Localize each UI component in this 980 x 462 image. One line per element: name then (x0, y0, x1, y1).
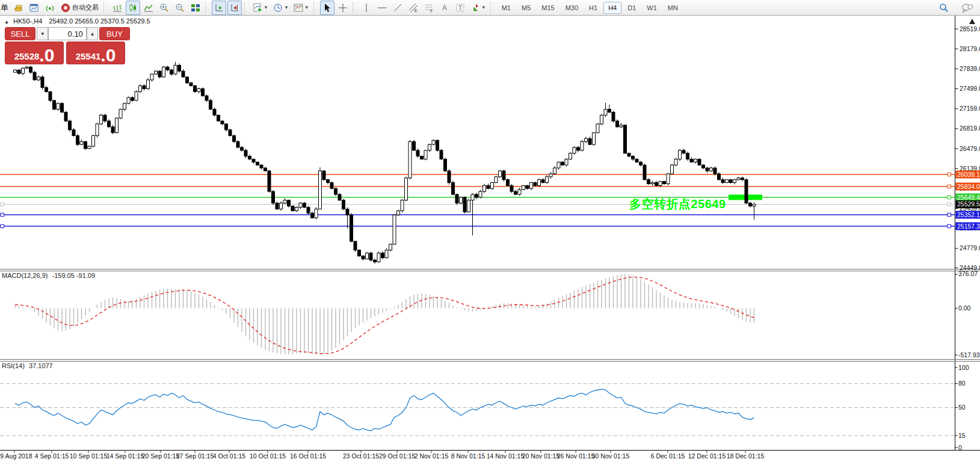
toolbar-separator (313, 2, 318, 13)
horizontal-line-icon (377, 3, 387, 13)
crosshair-button[interactable] (336, 1, 350, 15)
macd-label: MACD(12,26,9) -159.05 -91.09 (2, 272, 95, 279)
bar-chart-icon (112, 3, 122, 13)
svg-text:26 Nov 01:15: 26 Nov 01:15 (557, 452, 595, 460)
equidistant-channel-icon: E (408, 3, 418, 13)
arrows-button[interactable]: ▼ (469, 1, 488, 15)
text-label-button[interactable]: T (453, 1, 467, 15)
volume-input[interactable]: 0.10 (48, 27, 87, 40)
chat-bubbles-icon (961, 3, 973, 13)
zoom-in-button[interactable] (157, 1, 171, 15)
channel-button[interactable]: E (406, 1, 421, 15)
line-chart-button[interactable] (141, 1, 156, 15)
zoom-in-icon (159, 3, 169, 13)
vertical-line-icon (362, 3, 371, 13)
svg-text:10 Oct 01:15: 10 Oct 01:15 (250, 452, 286, 460)
symbol-ohlc: 25492.0 25655.0 25370.5 25529.5 (49, 17, 150, 25)
fibonacci-button[interactable]: F (422, 1, 436, 15)
chart-symbol-title: ▲ HK50-,H4 25492.0 25655.0 25370.5 25529… (4, 17, 150, 25)
periods-button[interactable]: ▼ (271, 1, 291, 15)
svg-text:0: 0 (958, 444, 962, 451)
svg-text:6 Dec 01:15: 6 Dec 01:15 (651, 452, 685, 460)
auto-scroll-button[interactable] (212, 1, 226, 15)
sell-price-main: 25528 (14, 52, 40, 61)
svg-text:25529.5: 25529.5 (957, 200, 980, 208)
timeframe-button-H1[interactable]: H1 (584, 2, 602, 14)
new-chart-icon (253, 3, 262, 13)
svg-text:25157.3: 25157.3 (957, 223, 980, 230)
sell-price-button[interactable]: 25528.0 (5, 42, 64, 64)
svg-text:A: A (442, 4, 447, 12)
svg-text:T: T (458, 5, 462, 11)
chart-shift-button[interactable] (227, 1, 242, 15)
timeframe-button-M1[interactable]: M1 (497, 2, 516, 14)
volume-down-button[interactable]: ▼ (37, 27, 48, 40)
trendline-button[interactable] (390, 1, 405, 15)
buy-price-button[interactable]: 25541.0 (66, 42, 125, 64)
chevron-down-icon: ▼ (304, 5, 309, 10)
timeframe-group: M1M5M15M30H1H4D1W1MN (496, 0, 683, 15)
timeframe-button-W1[interactable]: W1 (642, 2, 662, 14)
tile-windows-button[interactable] (188, 1, 203, 15)
text-button[interactable]: A (437, 1, 452, 15)
autotrading-button[interactable]: 自动交易 (58, 1, 101, 15)
timeframe-button-M5[interactable]: M5 (517, 2, 535, 14)
horizontal-line-button[interactable] (375, 1, 389, 15)
chart-shift-icon (230, 3, 239, 13)
svg-text:10 Sep 01:15: 10 Sep 01:15 (70, 452, 108, 460)
new-order-button[interactable]: 单 (1, 2, 8, 13)
svg-text:20 Nov 01:15: 20 Nov 01:15 (522, 452, 560, 460)
timeframe-button-M15[interactable]: M15 (537, 2, 559, 14)
new-chart-button[interactable]: ▼ (251, 1, 270, 15)
chat-button[interactable] (960, 1, 975, 15)
collapse-triangle-icon[interactable]: ▲ (4, 19, 9, 25)
svg-text:23 Oct 01:15: 23 Oct 01:15 (343, 452, 379, 460)
auto-scroll-icon (214, 3, 224, 13)
macd-name: MACD(12,26,9) (2, 272, 48, 279)
buy-button[interactable]: BUY (99, 27, 130, 40)
tile-windows-icon (191, 3, 200, 13)
market-watch-button[interactable] (27, 1, 42, 15)
templates-button[interactable]: ▼ (292, 1, 311, 15)
toolbar-separator (103, 2, 108, 13)
autotrading-label: 自动交易 (72, 3, 99, 12)
trendline-icon (393, 3, 402, 13)
svg-text:25352.1: 25352.1 (957, 211, 980, 218)
svg-text:4 Sep 01:15: 4 Sep 01:15 (35, 452, 69, 460)
svg-text:50: 50 (958, 404, 966, 411)
timeframe-button-H4[interactable]: H4 (603, 2, 621, 14)
autotrading-icon (61, 3, 70, 13)
candlestick-chart-button[interactable] (126, 1, 140, 15)
symbol-name: HK50-,H4 (13, 17, 42, 25)
chart-canvas[interactable]: 28519.028179.027839.027499.027159.026819… (0, 0, 980, 462)
svg-text:376.07: 376.07 (958, 270, 978, 277)
cursor-button[interactable] (320, 1, 334, 15)
line-chart-icon (144, 3, 153, 13)
chart-window-icon (29, 3, 39, 13)
svg-text:8 Nov 01:15: 8 Nov 01:15 (451, 452, 485, 460)
toolbar-charttype-group (109, 0, 203, 15)
sell-button[interactable]: SELL (5, 27, 35, 40)
bar-chart-button[interactable] (110, 1, 125, 15)
zoom-out-button[interactable] (173, 1, 187, 15)
signals-button[interactable] (43, 1, 57, 15)
buy-price-main: 25541 (76, 52, 101, 61)
deposit-button[interactable] (11, 1, 26, 15)
svg-text:16 Oct 01:15: 16 Oct 01:15 (290, 452, 326, 460)
svg-text:F: F (430, 9, 433, 13)
vertical-line-button[interactable] (359, 1, 374, 15)
timeframe-button-D1[interactable]: D1 (623, 2, 641, 14)
pivot-annotation-text[interactable]: 多空转折点25649 (629, 196, 726, 212)
search-button[interactable] (937, 1, 951, 15)
volume-up-button[interactable]: ▲ (87, 27, 98, 40)
mt4-window: 单 自动交易 (0, 0, 980, 462)
rsi-name: RSI(14) (2, 362, 25, 369)
toolbar-scroll-group (211, 0, 242, 15)
svg-text:E: E (414, 8, 418, 13)
text-label-icon: T (455, 3, 465, 13)
svg-text:2 Nov 01:15: 2 Nov 01:15 (414, 452, 449, 460)
timeframe-button-M30[interactable]: M30 (561, 2, 583, 14)
timeframe-button-MN[interactable]: MN (663, 2, 683, 14)
svg-text:28519.0: 28519.0 (960, 25, 980, 32)
svg-text:30 Nov 01:15: 30 Nov 01:15 (592, 452, 630, 460)
